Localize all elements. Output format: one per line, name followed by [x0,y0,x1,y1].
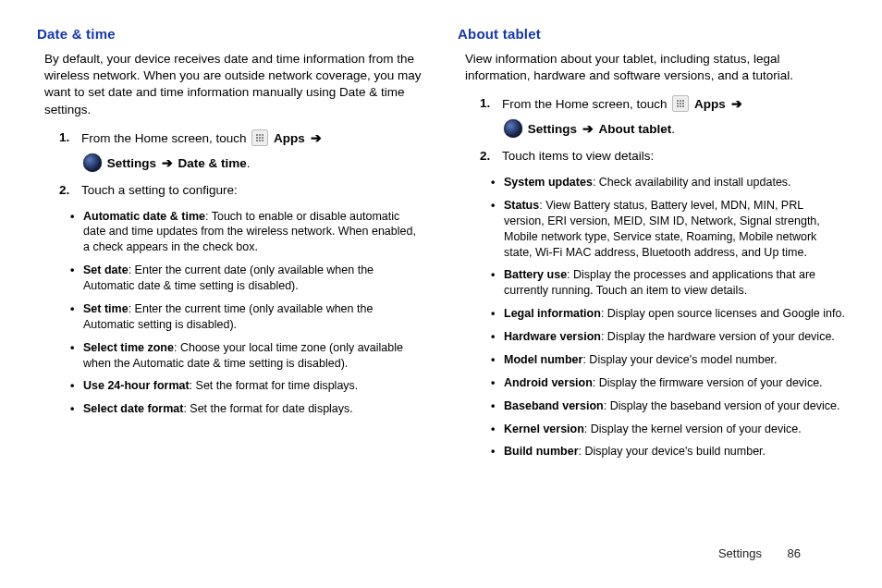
nav-endpoint: Date & time [178,156,247,170]
page-footer: Settings 86 [718,546,801,560]
arrow-icon: ➔ [582,122,594,136]
list-item: •System updates: Check availability and … [491,175,845,190]
list-item-desc: : Display your device's model number. [582,353,777,366]
step-2-left: 2. Touch a setting to configure: [59,182,424,200]
intro-about-tablet: View information about your tablet, incl… [465,51,845,84]
step-number: 2. [480,148,502,165]
bullet-icon: • [70,378,83,394]
list-item-body: Select time zone: Choose your local time… [83,340,424,372]
bullet-list-right: •System updates: Check availability and … [458,175,845,459]
list-item: •Build number: Display your device's bui… [491,444,845,459]
bullet-icon: • [491,267,504,299]
list-item: •Legal information: Display open source … [491,306,845,322]
list-item-term: Battery use [504,268,567,281]
step-number: 2. [59,182,81,200]
list-item-term: Legal information [504,307,601,320]
list-item: •Set date: Enter the current date (only … [70,263,424,294]
list-item-term: Status [504,199,539,212]
list-item: •Status: View Battery status, Battery le… [491,198,845,261]
step-number: 1. [480,95,502,139]
heading-date-time: Date & time [37,26,424,42]
arrow-icon: ➔ [311,131,322,145]
list-item: •Select date format: Set the format for … [70,401,424,417]
bullet-icon: • [491,375,504,391]
list-item-body: Battery use: Display the processes and a… [504,267,845,299]
column-about-tablet: About tablet View information about your… [458,26,845,467]
list-item-desc: : Set the format for date displays. [183,402,352,415]
bullet-icon: • [491,444,504,459]
bullet-icon: • [491,352,504,368]
bullet-icon: • [70,401,83,417]
list-item-body: Status: View Battery status, Battery lev… [504,198,845,261]
list-item-body: Set time: Enter the current time (only a… [83,301,424,333]
list-item-body: Model number: Display your device's mode… [504,352,845,368]
bullet-icon: • [491,175,504,190]
list-item-term: Automatic date & time [83,210,205,223]
bullet-icon: • [491,422,504,437]
list-item: •Hardware version: Display the hardware … [491,329,845,345]
bullet-icon: • [70,263,83,294]
list-item-desc: : Display your device's build number. [579,445,766,458]
step-1-left: 1. From the Home screen, touch Apps ➔ Se… [59,129,424,173]
bullet-list-left: •Automatic date & time: Touch to enable … [37,209,424,418]
list-item: •Automatic date & time: Touch to enable … [70,209,424,256]
list-item-body: Kernel version: Display the kernel versi… [504,422,845,437]
list-item: •Use 24-hour format: Set the format for … [70,378,424,394]
step-body: Touch a setting to configure: [81,182,424,200]
list-item-term: Set time [83,302,129,315]
list-item-body: Baseband version: Display the baseband v… [504,398,845,414]
list-item: •Kernel version: Display the kernel vers… [491,422,845,437]
step-body: From the Home screen, touch Apps ➔ Setti… [502,95,845,139]
step-number: 1. [59,129,81,173]
list-item-term: Use 24-hour format [83,379,190,392]
bullet-icon: • [491,398,504,414]
bullet-icon: • [491,329,504,345]
list-item-body: Automatic date & time: Touch to enable o… [83,209,424,256]
bullet-icon: • [491,306,504,322]
settings-icon [504,119,522,138]
list-item-desc: : Display the kernel version of your dev… [584,423,802,435]
bullet-icon: • [70,209,83,256]
list-item-desc: : Display open source licenses and Googl… [601,307,845,320]
list-item-desc: : Display the hardware version of your d… [601,330,835,343]
step-body: From the Home screen, touch Apps ➔ Setti… [81,129,424,173]
list-item-body: Set date: Enter the current date (only a… [83,263,424,294]
bullet-icon: • [70,301,83,333]
column-date-time: Date & time By default, your device rece… [37,26,424,467]
list-item-term: Select time zone [83,341,174,354]
list-item-body: Build number: Display your device's buil… [504,444,845,459]
list-item-term: Kernel version [504,423,584,435]
apps-icon [251,129,268,146]
apps-label: Apps [694,97,726,111]
list-item-term: System updates [504,176,593,189]
heading-about-tablet: About tablet [458,26,845,42]
list-item-desc: : View Battery status, Battery level, MD… [504,199,820,259]
step-body: Touch items to view details: [502,148,845,165]
list-item: •Android version: Display the firmware v… [491,375,845,391]
settings-label: Settings [528,122,577,136]
list-item: •Set time: Enter the current time (only … [70,301,424,333]
arrow-icon: ➔ [731,97,742,111]
list-item-term: Build number [504,445,579,458]
list-item-term: Baseband version [504,399,604,412]
step-2-right: 2. Touch items to view details: [480,148,845,165]
apps-label: Apps [274,131,305,145]
list-item: •Model number: Display your device's mod… [491,352,845,368]
step-1-right: 1. From the Home screen, touch Apps ➔ Se… [480,95,845,139]
list-item-body: Hardware version: Display the hardware v… [504,329,845,345]
list-item-desc: : Display the baseband version of your d… [604,399,840,412]
list-item: •Select time zone: Choose your local tim… [70,340,424,372]
list-item: •Baseband version: Display the baseband … [491,398,845,414]
list-item: •Battery use: Display the processes and … [491,267,845,299]
arrow-icon: ➔ [162,156,173,170]
step-text: From the Home screen, touch [502,97,670,111]
bullet-icon: • [491,198,504,261]
list-item-desc: : Check availability and install updates… [593,176,791,189]
list-item-desc: : Set the format for time displays. [190,379,359,392]
bullet-icon: • [70,340,83,372]
list-item-desc: : Display the firmware version of your d… [593,376,823,389]
list-item-body: Android version: Display the firmware ve… [504,375,845,391]
settings-label: Settings [107,156,156,170]
intro-date-time: By default, your device receives date an… [44,51,424,118]
list-item-body: Select date format: Set the format for d… [83,401,424,417]
